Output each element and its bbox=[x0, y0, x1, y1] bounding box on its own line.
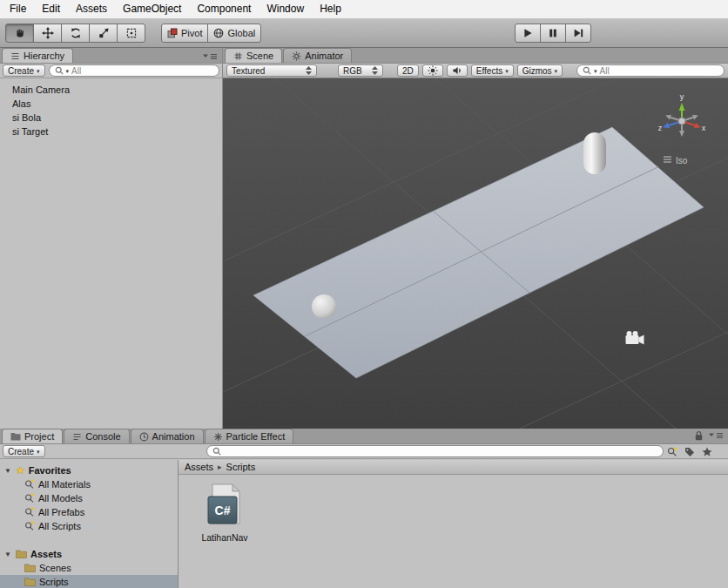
axis-x-label: x bbox=[702, 124, 706, 132]
hierarchy-item-alas[interactable]: Alas bbox=[0, 97, 222, 111]
project-filter-icons bbox=[667, 447, 712, 457]
search-filter-chevron-icon: ▾ bbox=[66, 68, 70, 74]
scene-toolbar: Textured RGB 2D bbox=[223, 64, 728, 78]
file-grid[interactable]: C# LatihanNav bbox=[179, 475, 728, 588]
hierarchy-search-input[interactable]: ▾ All bbox=[49, 64, 219, 77]
pivot-label: Pivot bbox=[181, 28, 202, 38]
menu-edit[interactable]: Edit bbox=[34, 0, 68, 18]
scene-search-input[interactable]: ▾ All bbox=[576, 64, 725, 77]
search-icon bbox=[212, 447, 221, 456]
menu-help[interactable]: Help bbox=[312, 0, 349, 18]
file-item-latihannav[interactable]: C# LatihanNav bbox=[196, 483, 253, 543]
hierarchy-tab-label: Hierarchy bbox=[24, 51, 64, 61]
hierarchy-item-si-bola[interactable]: si Bola bbox=[0, 111, 222, 125]
projection-label: Iso bbox=[676, 156, 688, 166]
scene-lighting-button[interactable] bbox=[422, 64, 443, 77]
file-name-label: LatihanNav bbox=[201, 532, 247, 543]
updown-arrows-icon bbox=[372, 66, 378, 75]
tree-item-label: Scripts bbox=[39, 577, 69, 587]
tab-scene[interactable]: Scene bbox=[225, 48, 282, 63]
rect-tool-button[interactable] bbox=[117, 24, 145, 43]
gizmos-dropdown[interactable]: Gizmos ▾ bbox=[517, 64, 563, 77]
hierarchy-item-main-camera[interactable]: Main Camera bbox=[0, 83, 222, 97]
animator-icon bbox=[292, 51, 301, 61]
csharp-script-icon: C# bbox=[206, 483, 244, 529]
tab-console[interactable]: Console bbox=[64, 429, 129, 443]
hierarchy-item-si-target[interactable]: si Target bbox=[0, 125, 222, 139]
menu-assets[interactable]: Assets bbox=[68, 0, 115, 18]
folder-icon bbox=[10, 432, 21, 441]
breadcrumb-assets[interactable]: Assets bbox=[185, 462, 213, 472]
tree-all-scripts[interactable]: All Scripts bbox=[0, 519, 178, 533]
gizmos-label: Gizmos bbox=[522, 66, 552, 76]
scale-tool-button[interactable] bbox=[89, 24, 118, 43]
tree-folder-scenes[interactable]: Scenes bbox=[0, 561, 178, 575]
chevron-down-icon: ▾ bbox=[37, 68, 40, 74]
project-search-input[interactable] bbox=[206, 445, 664, 457]
chevron-right-icon: ▸ bbox=[218, 463, 222, 471]
search-star-icon bbox=[24, 507, 35, 517]
scene-viewport[interactable]: y x z Iso bbox=[223, 78, 728, 429]
tree-all-models[interactable]: All Models bbox=[0, 491, 178, 505]
animation-tab-label: Animation bbox=[152, 431, 195, 442]
tab-animator[interactable]: Animator bbox=[283, 48, 352, 63]
tree-all-materials[interactable]: All Materials bbox=[0, 477, 178, 491]
shading-mode-dropdown[interactable]: Textured bbox=[226, 64, 317, 77]
shading-mode-value: Textured bbox=[232, 66, 265, 76]
breadcrumb-scripts[interactable]: Scripts bbox=[226, 462, 256, 472]
tree-item-label: All Materials bbox=[38, 479, 91, 490]
hierarchy-panel: Hierarchy Create ▾ ▾ All Main Camera Ala… bbox=[0, 48, 223, 429]
2d-label: 2D bbox=[402, 66, 414, 76]
menu-component[interactable]: Component bbox=[189, 0, 259, 18]
panel-menu-icon[interactable] bbox=[203, 53, 218, 60]
folder-icon bbox=[24, 578, 36, 586]
lock-icon[interactable] bbox=[694, 430, 704, 441]
global-toggle-button[interactable]: Global bbox=[207, 24, 261, 43]
tree-spacer bbox=[0, 533, 178, 547]
tree-assets[interactable]: ▼ Assets bbox=[0, 547, 178, 561]
menu-gameobject[interactable]: GameObject bbox=[115, 0, 189, 18]
expander-icon[interactable]: ▼ bbox=[3, 551, 12, 558]
unity-editor-window: File Edit Assets GameObject Component Wi… bbox=[0, 0, 728, 588]
tab-hierarchy[interactable]: Hierarchy bbox=[2, 48, 73, 63]
hierarchy-search-placeholder: All bbox=[71, 66, 81, 76]
save-search-icon[interactable] bbox=[702, 447, 712, 457]
project-create-button[interactable]: Create ▾ bbox=[3, 445, 45, 457]
play-button[interactable] bbox=[515, 24, 541, 43]
hand-tool-button[interactable] bbox=[5, 24, 34, 43]
tab-project[interactable]: Project bbox=[2, 429, 63, 443]
scene-audio-button[interactable] bbox=[447, 64, 468, 77]
toggle-2d-button[interactable]: 2D bbox=[397, 64, 419, 77]
effects-label: Effects bbox=[476, 66, 502, 76]
tree-folder-scripts[interactable]: Scripts bbox=[0, 575, 178, 588]
project-browser: ▼ ★ Favorites All Materials All Models A… bbox=[0, 460, 728, 588]
panel-menu-icon[interactable] bbox=[709, 432, 724, 439]
menu-window[interactable]: Window bbox=[259, 0, 312, 18]
chevron-down-icon: ▾ bbox=[37, 449, 40, 455]
pivot-icon bbox=[167, 28, 178, 38]
filter-by-label-icon[interactable] bbox=[684, 447, 695, 457]
gizmo-center-cube[interactable] bbox=[678, 118, 685, 125]
step-button[interactable] bbox=[565, 24, 591, 43]
effects-dropdown[interactable]: Effects ▾ bbox=[471, 64, 514, 77]
capsule-object[interactable] bbox=[583, 132, 606, 174]
animator-tab-label: Animator bbox=[305, 51, 343, 61]
tree-all-prefabs[interactable]: All Prefabs bbox=[0, 505, 178, 519]
tab-particle-effect[interactable]: Particle Effect bbox=[205, 429, 294, 443]
csharp-badge: C# bbox=[215, 504, 231, 517]
axis-y-label: y bbox=[680, 92, 684, 101]
filter-by-type-icon[interactable] bbox=[667, 447, 677, 457]
pause-button[interactable] bbox=[540, 24, 566, 43]
tree-favorites[interactable]: ▼ ★ Favorites bbox=[0, 463, 178, 477]
expander-icon[interactable]: ▼ bbox=[3, 467, 12, 475]
tab-animation[interactable]: Animation bbox=[131, 429, 204, 443]
scene-tab-label: Scene bbox=[246, 51, 273, 61]
hierarchy-create-button[interactable]: Create ▾ bbox=[3, 64, 45, 77]
pivot-toggle-button[interactable]: Pivot bbox=[161, 24, 208, 43]
rotate-tool-button[interactable] bbox=[61, 24, 90, 43]
menu-file[interactable]: File bbox=[2, 0, 34, 18]
sphere-object[interactable] bbox=[312, 294, 336, 319]
list-icon bbox=[10, 51, 20, 61]
render-channel-dropdown[interactable]: RGB bbox=[338, 64, 383, 77]
move-tool-button[interactable] bbox=[33, 24, 62, 43]
